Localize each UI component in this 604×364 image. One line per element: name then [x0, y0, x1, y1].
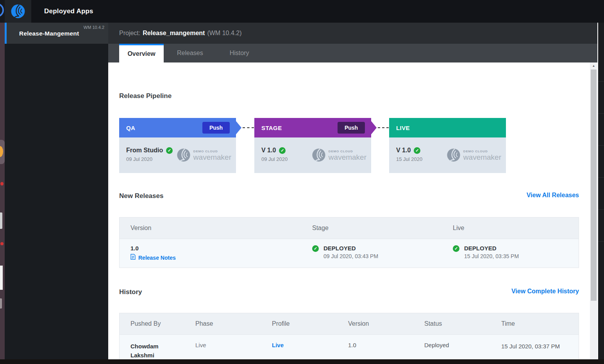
success-check-icon: ✓	[279, 147, 286, 154]
column-phase: Phase	[195, 320, 272, 327]
pipeline-card-stage: STAGE Push V 1.0 ✓ 09 Jul 2020	[254, 118, 371, 173]
dock-app-icon	[0, 266, 3, 290]
document-icon	[130, 254, 136, 261]
top-bar: Deployed Apps	[5, 0, 604, 23]
wavemaker-brand-label: wavemaker	[463, 153, 501, 161]
stage-push-button[interactable]: Push	[338, 122, 365, 134]
dock-badge-icon	[0, 182, 4, 186]
stage-status-cell: ✓ DEPLOYED 09 Jul 2020, 03:43 PM	[301, 245, 442, 268]
success-check-icon: ✓	[166, 147, 173, 154]
sidebar-project-name: Release-Mangement	[19, 30, 79, 37]
screen-edge-top	[0, 0, 5, 23]
live-stage-name: LIVE	[396, 125, 410, 131]
tab-releases[interactable]: Releases	[164, 44, 216, 62]
stage-card-header: STAGE Push	[254, 118, 371, 137]
stage-arrow-icon	[371, 121, 377, 134]
demo-cloud-logo: DEMO CLOUD wavemaker	[176, 148, 231, 162]
live-status: DEPLOYED	[464, 245, 519, 252]
column-version: Version	[120, 225, 301, 232]
wavemaker-brand-label: wavemaker	[193, 153, 231, 161]
live-deploy-time: 15 Jul 2020, 03:35 PM	[464, 253, 519, 259]
release-pipeline-title: Release Pipeline	[119, 92, 172, 100]
history-title: History	[119, 288, 142, 296]
wavemaker-wave-icon	[446, 148, 461, 162]
tab-history[interactable]: History	[216, 44, 263, 62]
tab-overview[interactable]: Overview	[119, 44, 164, 62]
view-complete-history-link[interactable]: View Complete History	[511, 288, 579, 295]
wavemaker-wave-icon	[176, 148, 191, 162]
stage-card-body: V 1.0 ✓ 09 Jul 2020 DEMO CLOUD wavemaker	[254, 137, 371, 173]
overview-content: Release Pipeline QA Push From Studio ✓ 0…	[108, 62, 597, 364]
sidebar: Release-Mangement WM 10.4.2	[5, 23, 108, 359]
wavemaker-wave-icon	[10, 4, 26, 19]
column-status: Status	[424, 320, 501, 327]
column-live: Live	[442, 225, 579, 232]
demo-cloud-logo: DEMO CLOUD wavemaker	[446, 148, 501, 162]
qa-arrow-icon	[236, 121, 241, 134]
page-title: Deployed Apps	[44, 0, 93, 23]
pipeline-connector	[378, 127, 389, 128]
new-releases-title: New Releases	[119, 192, 163, 200]
stage-stage-name: STAGE	[261, 125, 282, 131]
deployed-check-icon: ✓	[312, 245, 319, 252]
dock-badge-icon	[0, 242, 4, 245]
column-profile: Profile	[272, 320, 348, 327]
dock-edge-strip	[0, 23, 5, 359]
qa-version-label: From Studio	[126, 147, 163, 154]
deployed-check-icon: ✓	[453, 245, 459, 252]
main-panel: Project: Release_mangement (WM 10.4.2) O…	[108, 23, 597, 364]
vertical-scrollbar[interactable]: ▲ ▼	[590, 62, 597, 364]
column-version: Version	[348, 320, 424, 327]
project-label: Project:	[119, 30, 140, 37]
dock-app-icon	[0, 212, 2, 229]
demo-cloud-label: DEMO CLOUD	[329, 150, 366, 153]
release-notes-link[interactable]: Release Notes	[130, 254, 301, 261]
live-card-body: V 1.0 ✓ 15 Jul 2020 DEMO CLOUD wavemaker	[389, 137, 506, 173]
sidebar-item-project[interactable]: Release-Mangement WM 10.4.2	[5, 23, 108, 44]
dock-avatar-fragment-icon	[0, 3, 4, 17]
pipeline-card-live: LIVE V 1.0 ✓ 15 Jul 2020 DEMO CLOU	[389, 118, 506, 173]
release-version: 1.0	[130, 245, 301, 252]
history-table-header: Pushed By Phase Profile Version Status T…	[120, 313, 579, 334]
scroll-up-icon[interactable]: ▲	[590, 62, 597, 69]
qa-card-body: From Studio ✓ 09 Jul 2020 DEMO CLOUD wav…	[119, 137, 236, 173]
wavemaker-brand-label: wavemaker	[329, 153, 366, 161]
table-row: 1.0 Release Notes	[120, 239, 579, 268]
live-card-header: LIVE	[389, 118, 506, 137]
pipeline-connector	[243, 127, 254, 128]
live-version-label: V 1.0	[396, 147, 411, 154]
stage-version-label: V 1.0	[261, 147, 276, 154]
pipeline-card-qa: QA Push From Studio ✓ 09 Jul 2020	[119, 118, 236, 173]
wavemaker-wave-icon	[311, 148, 326, 162]
stage-deploy-time: 09 Jul 2020, 03:43 PM	[323, 253, 378, 259]
history-table: Pushed By Phase Profile Version Status T…	[119, 313, 579, 364]
success-check-icon: ✓	[414, 147, 420, 154]
demo-cloud-logo: DEMO CLOUD wavemaker	[311, 148, 366, 162]
new-releases-table-header: Version Stage Live	[120, 218, 579, 239]
qa-stage-name: QA	[126, 125, 135, 131]
stage-status: DEPLOYED	[323, 245, 378, 252]
version-cell: 1.0 Release Notes	[120, 245, 301, 268]
live-status-cell: ✓ DEPLOYED 15 Jul 2020, 03:35 PM	[442, 245, 579, 268]
column-pushed-by: Pushed By	[120, 320, 195, 327]
qa-push-button[interactable]: Push	[202, 122, 230, 134]
qa-card-header: QA Push	[119, 118, 236, 137]
sidebar-project-version-badge: WM 10.4.2	[84, 25, 104, 30]
column-time: Time	[501, 320, 579, 327]
column-stage: Stage	[301, 225, 442, 232]
project-name: Release_mangement	[143, 30, 205, 37]
demo-cloud-label: DEMO CLOUD	[463, 150, 501, 153]
new-releases-table: Version Stage Live 1.0	[119, 217, 579, 268]
wavemaker-logo-tile[interactable]	[5, 0, 31, 23]
dock-app-icon	[0, 298, 2, 309]
view-all-releases-link[interactable]: View All Releases	[527, 192, 579, 199]
project-header: Project: Release_mangement (WM 10.4.2)	[108, 23, 597, 44]
project-version: (WM 10.4.2)	[207, 30, 241, 37]
background-window-strip	[598, 23, 604, 364]
tab-bar: Overview Releases History	[108, 44, 597, 62]
scrollbar-thumb[interactable]	[591, 70, 597, 301]
release-notes-label: Release Notes	[138, 255, 176, 261]
demo-cloud-label: DEMO CLOUD	[193, 150, 231, 153]
window-bottom-edge	[0, 359, 604, 364]
